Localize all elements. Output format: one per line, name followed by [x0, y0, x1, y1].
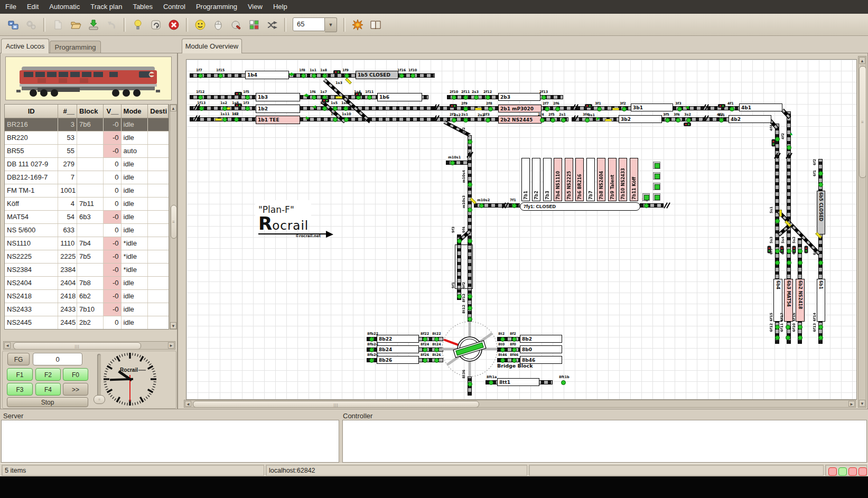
plan-vscroll-thumb[interactable]: ≡: [859, 66, 866, 178]
block-3b1[interactable]: 3b1: [631, 104, 673, 111]
sensor-2f3[interactable]: [486, 118, 490, 123]
sensor-4f1[interactable]: [730, 107, 734, 111]
block-4b2[interactable]: 4b2: [729, 115, 771, 123]
zoom-value[interactable]: 65: [293, 17, 325, 31]
function-value-field[interactable]: 0: [33, 353, 82, 365]
block-1b2[interactable]: 1b2: [256, 105, 300, 113]
signal-icon[interactable]: [718, 104, 725, 108]
sensor-2f5[interactable]: [550, 118, 555, 123]
output-indicator[interactable]: [653, 162, 660, 169]
sensor-1s8[interactable]: [322, 73, 327, 78]
sensor-3f2[interactable]: [622, 107, 627, 111]
signal-icon[interactable]: [322, 99, 329, 102]
signal-icon[interactable]: [805, 246, 808, 253]
block-4b1[interactable]: 4b1: [739, 104, 782, 111]
sensor-1f11[interactable]: [367, 95, 372, 100]
connect-icon[interactable]: [6, 18, 20, 32]
signal-icon[interactable]: [780, 246, 784, 253]
sensor-2f4[interactable]: [540, 118, 545, 123]
sensor-1f12[interactable]: [198, 95, 203, 100]
f0-button[interactable]: F0: [63, 368, 88, 381]
menu-file[interactable]: File: [0, 0, 22, 14]
block-8b0[interactable]: 8b0: [520, 345, 562, 353]
track-plan-canvas[interactable]: "Plan-F" Rocrail ©rocrail.net Bridge Blo…: [186, 59, 857, 400]
sensor-m10s2[interactable]: [479, 203, 484, 208]
block-1b3[interactable]: 1b3: [256, 93, 300, 101]
sensor-1f4[interactable]: [322, 106, 327, 111]
sensor-1f3[interactable]: [245, 106, 250, 111]
routes-icon[interactable]: [265, 18, 279, 32]
sensor-2f10[interactable]: [452, 95, 456, 100]
sensor-1s11[interactable]: [222, 117, 227, 122]
sensor-4f4[interactable]: [775, 137, 780, 142]
modules-icon[interactable]: [247, 18, 261, 32]
plan-hscroll-thumb[interactable]: |||: [193, 401, 479, 408]
menu-help[interactable]: Help: [268, 0, 293, 14]
block-8b22[interactable]: 8b22: [377, 335, 419, 343]
signal-icon[interactable]: [235, 104, 242, 107]
sensor-8ft1a[interactable]: [489, 380, 493, 385]
block-3b2[interactable]: 3b2: [619, 115, 662, 123]
sensor-8ft1b[interactable]: [561, 380, 566, 385]
sensor-1f10[interactable]: [410, 73, 415, 78]
loco-row-k-ff[interactable]: Köff47b110idle: [5, 198, 169, 211]
loco-row-br55[interactable]: BR5555-0auto: [5, 145, 169, 158]
sensor-2f11[interactable]: [463, 95, 468, 100]
sensor-3f1[interactable]: [597, 107, 602, 111]
sensor-6f10[interactable]: [798, 335, 802, 340]
sensor-4f2[interactable]: [787, 145, 791, 150]
sensor-1f6[interactable]: [312, 95, 316, 100]
sensor-m10s1[interactable]: [450, 161, 455, 165]
sensor-6s1[interactable]: [818, 260, 823, 265]
signal-icon[interactable]: [235, 92, 242, 96]
block-1b5[interactable]: 1b5 CLOSED: [356, 71, 398, 79]
sensor-6f14[interactable]: [818, 325, 823, 330]
sensor-1f13[interactable]: [199, 106, 204, 111]
scroll-right-icon[interactable]: ►: [168, 342, 174, 349]
sensor-1s1[interactable]: [312, 73, 316, 78]
sensor-8f46[interactable]: [512, 358, 517, 363]
switch-segment[interactable]: [215, 118, 222, 121]
query-icon[interactable]: [131, 18, 145, 32]
plan-scroll-up-icon[interactable]: ▲: [859, 57, 865, 64]
sensor-8f12[interactable]: [468, 306, 472, 311]
block-6b2[interactable]: 6b2 NS2418: [796, 279, 805, 322]
sensor-m10s3[interactable]: [468, 208, 472, 212]
zoom-select[interactable]: 65▼: [293, 17, 337, 32]
loco-table-hscrollbar[interactable]: ◄ ||| ►: [3, 341, 175, 350]
sensor-2f8[interactable]: [488, 107, 493, 111]
block-7b2[interactable]: 7b2: [532, 158, 540, 201]
output-indicator[interactable]: [642, 193, 650, 201]
emergency-stop-icon[interactable]: [167, 18, 181, 32]
block-7fy1[interactable]: 7fy1: CLOSED: [520, 202, 640, 211]
block-2b3[interactable]: 2b3: [498, 93, 540, 101]
sensor-6f13[interactable]: [818, 335, 823, 340]
f4-button[interactable]: F4: [35, 383, 61, 396]
block-1b6[interactable]: 1b6: [377, 93, 422, 101]
signal-icon[interactable]: [354, 92, 362, 96]
sensor-1s6[interactable]: [343, 106, 348, 111]
sensor-5s2[interactable]: [798, 249, 802, 253]
menu-track-plan[interactable]: Track plan: [85, 0, 127, 14]
block-7b6[interactable]: 7b6 BR216: [575, 158, 584, 201]
server-log[interactable]: [1, 420, 339, 463]
mouse-icon[interactable]: [211, 18, 225, 32]
speed-slider[interactable]: [97, 354, 101, 396]
sensor-2s1[interactable]: [463, 118, 468, 123]
switch-segment[interactable]: [779, 210, 782, 217]
loco-row-db-111-027-9[interactable]: DB 111 027-92790idle: [5, 158, 169, 171]
sensor-9f1[interactable]: [457, 294, 462, 299]
sensor-7f1[interactable]: [512, 203, 517, 208]
sensor-1f16[interactable]: [399, 73, 404, 78]
scroll-down-icon[interactable]: ▼: [170, 322, 176, 329]
sensor-8t26[interactable]: [434, 358, 439, 363]
block-7b11[interactable]: 7b11 Köff: [630, 158, 638, 201]
sensor-5s4[interactable]: [787, 249, 791, 253]
loco-row-br216[interactable]: BR21637b6-0idle: [5, 118, 169, 131]
block-7b4[interactable]: 7b4 NS1110: [554, 158, 562, 201]
output-indicator[interactable]: [653, 172, 660, 180]
scroll-up-icon[interactable]: ▲: [170, 105, 176, 111]
open-icon[interactable]: [69, 18, 82, 32]
sensor-5s3[interactable]: [775, 249, 780, 253]
save-icon[interactable]: [87, 18, 100, 32]
